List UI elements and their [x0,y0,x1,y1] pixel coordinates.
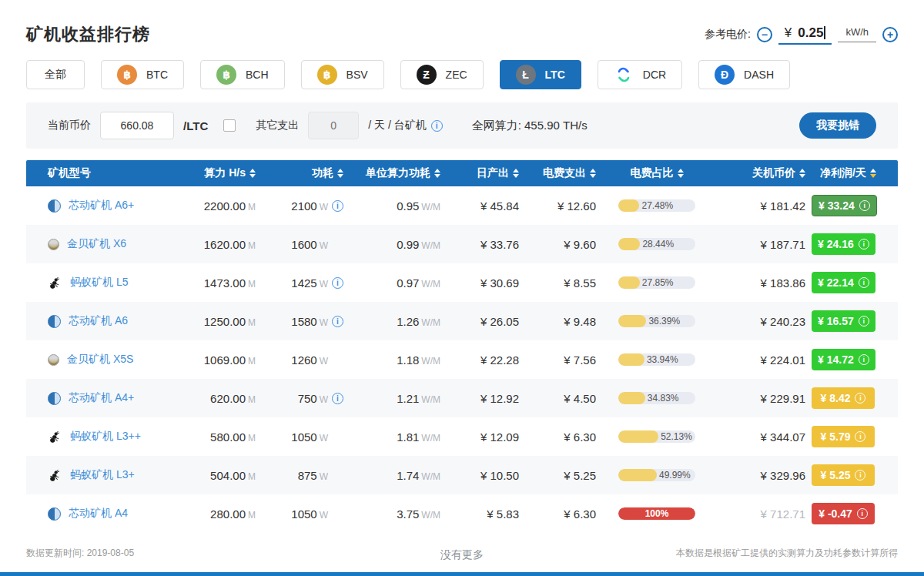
model-cell: 蚂蚁矿机 L3+ [26,468,180,483]
model-link[interactable]: 蚂蚁矿机 L5 [70,276,128,290]
other-expense-input[interactable] [308,112,359,139]
profit-button[interactable]: ¥ 22.14i [812,272,875,293]
model-link[interactable]: 金贝矿机 X6 [67,237,126,251]
column-header-label: 净利润/天 [820,166,866,180]
coin-tab-label: BSV [346,69,368,81]
coin-tab-all[interactable]: 全部 [26,60,85,89]
page-footer: 数据更新时间: 2019-08-05 没有更多 本数据是根据矿工提供的实测算力及… [26,547,898,562]
sort-icon[interactable] [590,169,596,178]
profit-button[interactable]: ¥ 5.25i [812,464,875,486]
profit-button[interactable]: ¥ 14.72i [812,349,875,370]
other-expense-checkbox[interactable] [223,119,236,132]
model-link[interactable]: 蚂蚁矿机 L3+ [70,468,135,482]
miner-ranking-page: 矿机收益排行榜 参考电价: − ¥0.25 kW/h + 全部 ฿ [0,0,924,576]
innosilicon-brand-icon [48,392,61,405]
table-row: 金贝矿机 X5S 1069.00M 1260W i 1.18W/M ¥ 22.2… [26,340,898,379]
coin-price-label: 当前币价 [48,119,91,132]
table-row: 芯动矿机 A6 1250.00M 1580W i 1.26W/M ¥ 26.05… [26,302,898,340]
table-row: 芯动矿机 A6+ 2200.00M 2100W i 0.95W/M ¥ 45.8… [26,186,898,225]
profit-button[interactable]: ¥ 33.24i [812,195,877,216]
column-header-label: 功耗 [312,166,333,180]
coin-tab-ltc[interactable]: Ł LTC [500,60,581,89]
column-header[interactable]: 单位算力功耗 [350,166,447,180]
coin-tab-label: ZEC [446,69,467,81]
profit-info-icon: i [855,431,865,442]
column-header[interactable]: 功耗 [262,166,350,180]
model-link[interactable]: 芯动矿机 A4 [69,507,128,521]
shutdown-price-cell: ¥ 224.01 [718,353,812,367]
page-title: 矿机收益排行榜 [26,23,150,46]
shutdown-price-cell: ¥ 344.07 [718,430,812,444]
coin-tab-btc[interactable]: ฿ BTC [101,60,184,89]
other-expense-info-icon[interactable]: i [431,120,443,132]
power-info-icon[interactable]: i [332,393,343,404]
unit-power-cell: 1.21W/M [350,392,447,405]
coin-tab-dash[interactable]: Ð DASH [698,60,790,89]
coin-tab-bch[interactable]: ฿ BCH [200,60,285,89]
model-cell: 芯动矿机 A4 [26,507,180,521]
table-row: 蚂蚁矿机 L5 1473.00M 1425W i 0.97W/M ¥ 30.69… [26,263,898,302]
sort-icon[interactable] [513,169,519,178]
hashrate-cell: 1069.00M [180,353,262,367]
model-link[interactable]: 金贝矿机 X5S [67,353,133,367]
power-info-icon[interactable]: i [332,277,343,289]
column-header[interactable]: 日产出 [447,166,525,180]
column-header[interactable]: 算力 H/s [180,166,262,180]
coin-price-unit: /LTC [183,119,208,132]
model-link[interactable]: 芯动矿机 A6+ [69,199,134,213]
power-info-icon[interactable]: i [332,316,343,327]
profit-button[interactable]: ¥ 24.16i [812,233,875,255]
daily-output-cell: ¥ 10.50 [447,469,525,482]
sort-icon[interactable] [678,169,684,178]
coin-tab-bsv[interactable]: ฿ BSV [301,60,384,89]
sort-icon[interactable] [337,169,343,178]
profit-button[interactable]: ¥ 5.79i [812,426,875,447]
unit-power-cell: 1.74W/M [350,469,447,482]
model-link[interactable]: 芯动矿机 A6 [69,314,128,328]
sort-icon[interactable] [870,169,876,178]
table-row: 芯动矿机 A4+ 620.00M 750W i 1.21W/M ¥ 12.92 … [26,379,898,417]
innosilicon-brand-icon [48,199,61,213]
model-link[interactable]: 蚂蚁矿机 L3++ [70,430,141,444]
coin-icon: ฿ [216,65,236,85]
power-cell: 1050W i [262,507,350,521]
dcr-coin-icon [614,65,634,85]
coin-tab-zec[interactable]: Ƶ ZEC [400,60,484,89]
ratio-progress-bar: 49.99% [618,469,695,481]
daily-output-cell: ¥ 22.28 [447,353,525,367]
ratio-bar-fill [618,469,657,481]
column-header[interactable]: 电费占比 [602,166,718,180]
profit-button[interactable]: ¥ 16.57i [812,310,875,332]
profit-cell: ¥ 24.16i [812,233,899,255]
profit-button[interactable]: ¥ 8.42i [812,387,875,409]
profit-button[interactable]: ¥ -0.47i [812,503,875,524]
sort-icon[interactable] [249,169,256,178]
other-expense-label: 其它支出 [256,119,299,132]
hashrate-cell: 1620.00M [180,238,262,251]
column-header[interactable]: 矿机型号 [26,166,180,180]
sort-icon[interactable] [799,169,805,178]
minus-circle-icon[interactable]: − [757,27,772,42]
column-header[interactable]: 电费支出 [525,166,602,180]
column-header[interactable]: 关机币价 [718,166,812,180]
profit-info-icon: i [857,508,868,519]
profit-info-icon: i [859,200,870,211]
electricity-cost-cell: ¥ 9.48 [525,315,602,328]
model-link[interactable]: 芯动矿机 A4+ [69,391,134,405]
column-header[interactable]: 净利润/天 [812,166,898,180]
electricity-price-input[interactable]: ¥0.25 [778,24,832,45]
profit-info-icon: i [859,316,869,327]
model-cell: 金贝矿机 X5S [26,353,180,367]
coin-price-input[interactable] [100,112,174,139]
hashrate-cell: 620.00M [180,392,262,405]
power-info-icon[interactable]: i [332,200,343,212]
plus-circle-icon[interactable]: + [882,27,898,42]
ratio-bar-fill [618,276,640,289]
table-row: 蚂蚁矿机 L3+ 504.00M 875W i 1.74W/M ¥ 10.50 … [26,456,898,494]
hashrate-cell: 2200.00M [180,199,262,213]
hashrate-cell: 580.00M [180,430,262,444]
sort-icon[interactable] [434,169,440,178]
report-error-button[interactable]: 我要挑错 [799,112,876,139]
coin-tab-dcr[interactable]: DCR [598,60,682,89]
coin-icon: ฿ [117,65,137,85]
